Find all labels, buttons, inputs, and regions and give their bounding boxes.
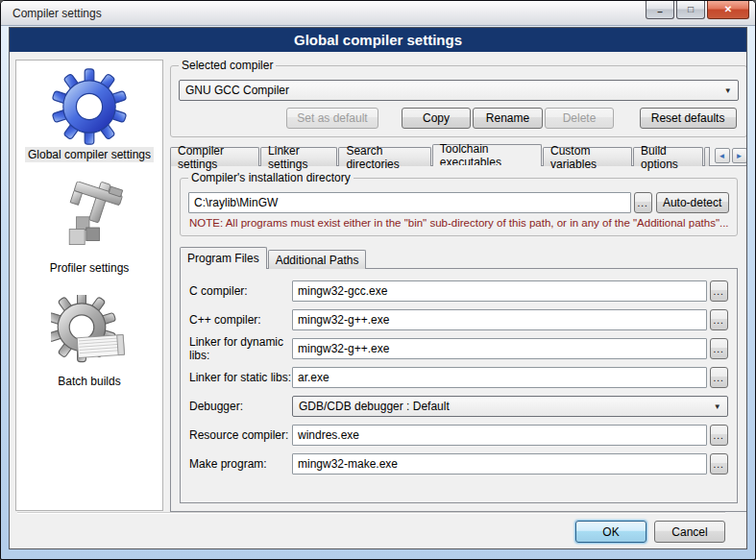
gray-gear-icon [51, 295, 128, 372]
dialog-body: Global compiler settings [9, 27, 747, 549]
close-icon: ✕ [724, 5, 732, 14]
maximize-icon: □ [688, 5, 694, 14]
resource-compiler-row: Resource compiler: ... [189, 425, 728, 446]
debugger-select[interactable]: GDB/CDB debugger : Default ▼ [292, 396, 728, 417]
debugger-row: Debugger: GDB/CDB debugger : Default ▼ [189, 396, 728, 417]
installation-note-text: NOTE: All programs must exist either in … [189, 217, 729, 229]
dynamic-linker-label: Linker for dynamic libs: [189, 335, 292, 362]
sidebar-item-global-compiler-settings[interactable]: Global compiler settings [25, 68, 154, 162]
sidebar-item-batch-builds[interactable]: Batch builds [51, 295, 128, 389]
compiler-settings-window: Compiler settings – □ ✕ Global compiler … [0, 0, 756, 560]
compiler-buttons-row: Set as default Copy Rename Delete Reset … [179, 108, 739, 129]
c-compiler-row: C compiler: ... [189, 280, 728, 302]
make-program-input[interactable] [292, 453, 707, 475]
dynamic-linker-input[interactable] [292, 338, 707, 359]
sidebar-item-label: Batch builds [55, 374, 123, 389]
installation-directory-group: Compiler's installation directory ... Au… [180, 178, 738, 236]
tab-scroll-right-button[interactable]: ► [732, 148, 746, 163]
tab-overflow-sliver[interactable] [704, 147, 709, 166]
debugger-label: Debugger: [189, 400, 292, 413]
settings-tab-strip: Compiler settings Linker settings Search… [170, 144, 746, 166]
make-program-browse-button[interactable]: ... [710, 453, 728, 475]
make-program-label: Make program: [189, 457, 292, 471]
c-compiler-browse-button[interactable]: ... [710, 280, 728, 302]
settings-category-list: Global compiler settings [15, 60, 163, 511]
tab-scroll-left-button[interactable]: ◄ [715, 148, 730, 163]
selected-compiler-group-label: Selected compiler [179, 59, 276, 72]
chevron-down-icon: ▼ [722, 86, 734, 95]
installation-directory-row: ... Auto-detect [188, 192, 729, 213]
ok-button[interactable]: OK [575, 521, 646, 543]
c-compiler-label: C compiler: [189, 284, 292, 298]
make-program-row: Make program: ... [189, 453, 728, 475]
c-compiler-input[interactable] [292, 280, 707, 302]
installation-directory-input[interactable] [188, 192, 631, 213]
sidebar-item-profiler-settings[interactable]: Profiler settings [47, 182, 133, 276]
close-button[interactable]: ✕ [707, 1, 749, 19]
window-title: Compiler settings [12, 7, 102, 20]
page-title: Global compiler settings [10, 28, 746, 52]
program-files-panel: C compiler: ... C++ compiler: ... [180, 268, 738, 503]
tab-compiler-settings[interactable]: Compiler settings [170, 147, 259, 166]
minimize-icon: – [657, 8, 663, 17]
arrow-left-icon: ◄ [719, 152, 726, 160]
selected-compiler-group: Selected compiler GNU GCC Compiler ▼ Set… [170, 65, 746, 137]
resource-compiler-browse-button[interactable]: ... [710, 425, 728, 446]
dialog-content: Global compiler settings [10, 52, 746, 512]
title-bar[interactable]: Compiler settings – □ ✕ [1, 1, 755, 26]
tab-linker-settings[interactable]: Linker settings [260, 147, 337, 166]
footer-divider [17, 512, 725, 514]
installation-directory-group-label: Compiler's installation directory [188, 171, 354, 184]
compiler-select[interactable]: GNU GCC Compiler ▼ [179, 80, 739, 101]
dialog-footer: OK Cancel [10, 512, 746, 548]
dynamic-linker-browse-button[interactable]: ... [710, 338, 728, 359]
arrow-right-icon: ► [736, 152, 744, 160]
cpp-compiler-input[interactable] [292, 309, 707, 330]
delete-button[interactable]: Delete [545, 108, 614, 129]
auto-detect-button[interactable]: Auto-detect [656, 192, 729, 213]
main-panel: Selected compiler GNU GCC Compiler ▼ Set… [170, 60, 746, 512]
sidebar-item-label: Global compiler settings [25, 147, 154, 162]
resource-compiler-input[interactable] [292, 425, 707, 446]
cpp-compiler-browse-button[interactable]: ... [710, 309, 728, 330]
copy-button[interactable]: Copy [402, 108, 471, 129]
cpp-compiler-row: C++ compiler: ... [189, 309, 728, 330]
installation-directory-browse-button[interactable]: ... [634, 192, 652, 213]
chevron-down-icon: ▼ [712, 402, 723, 411]
program-subtab-strip: Program Files Additional Paths [180, 248, 738, 269]
rename-button[interactable]: Rename [473, 108, 543, 129]
sidebar-item-label: Profiler settings [47, 260, 133, 276]
cpp-compiler-label: C++ compiler: [189, 313, 292, 327]
dynamic-linker-row: Linker for dynamic libs: ... [189, 338, 728, 359]
maximize-button[interactable]: □ [676, 1, 705, 19]
tab-program-files[interactable]: Program Files [180, 247, 267, 269]
tab-additional-paths[interactable]: Additional Paths [268, 250, 367, 269]
cancel-button[interactable]: Cancel [654, 521, 725, 543]
set-as-default-button[interactable]: Set as default [286, 108, 378, 129]
window-controls: – □ ✕ [644, 1, 749, 19]
tab-custom-variables[interactable]: Custom variables [543, 147, 632, 166]
tab-build-options[interactable]: Build options [633, 147, 703, 166]
static-linker-label: Linker for static libs: [189, 371, 292, 384]
resource-compiler-label: Resource compiler: [189, 428, 292, 442]
tab-scroll-buttons: ◄ ► [713, 148, 746, 163]
static-linker-browse-button[interactable]: ... [710, 367, 728, 388]
static-linker-input[interactable] [292, 367, 707, 388]
tab-search-directories[interactable]: Search directories [338, 147, 430, 166]
minimize-button[interactable]: – [646, 1, 674, 19]
tab-toolchain-executables[interactable]: Toolchain executables [432, 144, 542, 166]
static-linker-row: Linker for static libs: ... [189, 367, 728, 388]
reset-defaults-button[interactable]: Reset defaults [640, 108, 737, 129]
caliper-icon [51, 182, 128, 258]
blue-gear-icon [51, 68, 128, 145]
toolchain-executables-panel: Compiler's installation directory ... Au… [170, 165, 746, 512]
